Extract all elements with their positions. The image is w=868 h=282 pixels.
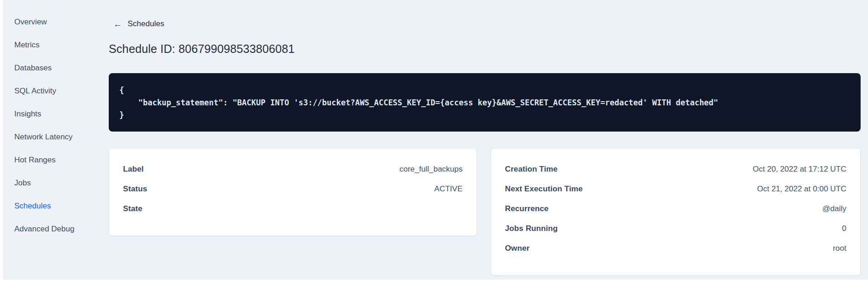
recurrence-key: Recurrence bbox=[505, 203, 549, 214]
schedule-timing-card: Creation Time Oct 20, 2022 at 17:12 UTC … bbox=[491, 148, 861, 276]
page-title: Schedule ID: 806799098533806081 bbox=[109, 41, 861, 56]
page: Overview Metrics Databases SQL Activity … bbox=[0, 0, 868, 282]
sidebar-item-insights[interactable]: Insights bbox=[14, 103, 109, 126]
detail-cards-row: Label core_full_backups Status ACTIVE St… bbox=[109, 148, 861, 276]
schedule-summary-card: Label core_full_backups Status ACTIVE St… bbox=[109, 148, 477, 236]
sidebar-item-schedules[interactable]: Schedules bbox=[14, 195, 109, 218]
creation-time-value: Oct 20, 2022 at 17:12 UTC bbox=[753, 163, 846, 175]
sidebar-item-metrics[interactable]: Metrics bbox=[14, 34, 109, 57]
schedule-definition-code-block: { "backup_statement": "BACKUP INTO 's3:/… bbox=[109, 73, 861, 132]
status-value: ACTIVE bbox=[434, 183, 463, 195]
next-execution-time-key: Next Execution Time bbox=[505, 183, 583, 195]
status-key: Status bbox=[123, 183, 147, 195]
creation-time-key: Creation Time bbox=[505, 163, 557, 175]
sidebar-item-overview[interactable]: Overview bbox=[14, 11, 109, 34]
back-link-label: Schedules bbox=[128, 19, 164, 29]
label-key: Label bbox=[123, 163, 144, 175]
arrow-left-icon: ← bbox=[113, 20, 122, 29]
detail-row-recurrence: Recurrence @daily bbox=[505, 203, 846, 214]
detail-row-status: Status ACTIVE bbox=[123, 183, 463, 195]
sidebar-item-databases[interactable]: Databases bbox=[14, 57, 109, 80]
sidebar-item-advanced-debug[interactable]: Advanced Debug bbox=[14, 218, 109, 241]
recurrence-value: @daily bbox=[822, 203, 846, 214]
state-key: State bbox=[123, 203, 142, 214]
detail-row-jobs-running: Jobs Running 0 bbox=[505, 223, 846, 234]
sidebar-item-network-latency[interactable]: Network Latency bbox=[14, 126, 109, 149]
owner-value: root bbox=[833, 242, 846, 254]
sidebar-item-jobs[interactable]: Jobs bbox=[14, 172, 109, 195]
back-to-schedules-link[interactable]: ← Schedules bbox=[113, 19, 164, 29]
detail-row-state: State bbox=[123, 203, 463, 214]
owner-key: Owner bbox=[505, 242, 529, 254]
label-value: core_full_backups bbox=[399, 163, 463, 175]
detail-row-owner: Owner root bbox=[505, 242, 846, 254]
sidebar-item-hot-ranges[interactable]: Hot Ranges bbox=[14, 149, 109, 172]
jobs-running-key: Jobs Running bbox=[505, 223, 558, 234]
detail-row-label: Label core_full_backups bbox=[123, 163, 463, 175]
sidebar: Overview Metrics Databases SQL Activity … bbox=[3, 0, 109, 280]
detail-row-creation-time: Creation Time Oct 20, 2022 at 17:12 UTC bbox=[505, 163, 846, 175]
detail-row-next-execution-time: Next Execution Time Oct 21, 2022 at 0:00… bbox=[505, 183, 846, 195]
next-execution-time-value: Oct 21, 2022 at 0:00 UTC bbox=[757, 183, 846, 195]
sidebar-item-sql-activity[interactable]: SQL Activity bbox=[14, 80, 109, 103]
main-content: ← Schedules Schedule ID: 806799098533806… bbox=[109, 0, 861, 280]
jobs-running-value: 0 bbox=[842, 223, 846, 234]
schedule-definition-json: { "backup_statement": "BACKUP INTO 's3:/… bbox=[119, 84, 850, 121]
